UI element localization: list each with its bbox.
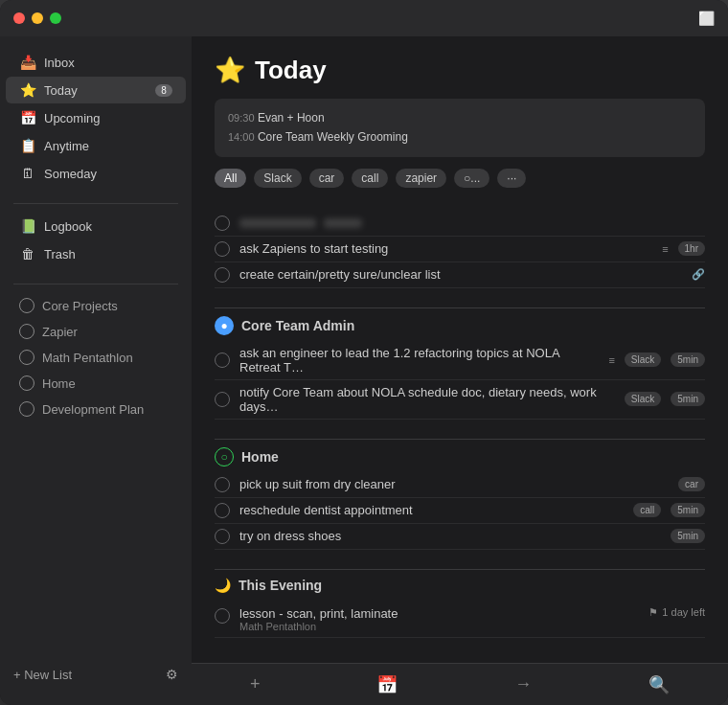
filter-all[interactable]: All (215, 169, 246, 188)
sidebar-label-upcoming: Upcoming (44, 111, 172, 125)
sidebar-item-home[interactable]: Home (6, 371, 186, 396)
task-checkbox-create-list[interactable] (215, 267, 230, 283)
task-checkbox-dress-shoes[interactable] (215, 529, 230, 544)
panel-body: ask Zapiens to start testing ≡ 1hr creat… (192, 203, 728, 663)
task-row-dry-cleaner: pick up suit from dry cleaner car (215, 472, 705, 498)
forward-button[interactable]: → (499, 669, 547, 700)
math-pentathlon-icon (19, 350, 34, 365)
evening-moon-icon: 🌙 (215, 578, 231, 593)
tag-5min-shoes: 5min (671, 529, 705, 543)
task-text-lesson: lesson - scan, print, laminate (239, 606, 639, 621)
tag-5min-home: 5min (671, 503, 705, 517)
home-section: ○ Home pick up suit from dry cleaner car… (215, 439, 705, 550)
sidebar-item-logbook[interactable]: 📗 Logbook (6, 213, 186, 239)
add-task-button[interactable]: + (235, 669, 276, 700)
evening-section-header: 🌙 This Evening (215, 569, 705, 599)
title-icon: ⭐ (215, 56, 245, 85)
task-checkbox-dry-cleaner[interactable] (215, 477, 230, 492)
task-checkbox-notify[interactable] (215, 392, 230, 407)
event-time-1: 09:30 (228, 112, 255, 124)
task-checkbox-blurred[interactable] (215, 216, 230, 231)
development-plan-icon (19, 401, 34, 417)
new-list-label: + New List (13, 668, 72, 682)
event-item-2: 14:00 Core Team Weekly Grooming (228, 127, 692, 147)
task-row-engineer: ask an engineer to lead the 1.2 refactor… (215, 341, 705, 380)
sidebar-item-core-projects[interactable]: Core Projects (6, 293, 186, 318)
deadline-badge: ⚑ 1 day left (648, 606, 705, 619)
event-block: 09:30 Evan + Hoon 14:00 Core Team Weekly… (215, 99, 705, 157)
home-section-header: ○ Home (215, 439, 705, 472)
titlebar: ⬜ (0, 0, 728, 36)
panel-footer: + 📅 → 🔍 (192, 663, 728, 705)
zapier-icon (19, 324, 34, 339)
minimize-button[interactable] (32, 12, 43, 24)
maximize-button[interactable] (50, 12, 61, 24)
sidebar-item-math-pentathlon[interactable]: Math Pentathlon (6, 345, 186, 370)
sidebar-label-zapier: Zapier (42, 325, 172, 339)
today-icon: ⭐ (19, 81, 36, 99)
task-text-dress-shoes: try on dress shoes (239, 529, 661, 543)
filter-slack[interactable]: Slack (254, 169, 301, 188)
filter-more[interactable]: ··· (497, 169, 526, 188)
task-row-lesson: lesson - scan, print, laminate Math Pent… (215, 599, 705, 638)
title-text: Today (255, 56, 327, 85)
sidebar-item-zapier[interactable]: Zapier (6, 319, 186, 344)
someday-icon: 🗓 (19, 165, 36, 182)
tag-car: car (678, 477, 705, 491)
logbook-icon: 📗 (19, 217, 36, 235)
link-icon-create-list: 🔗 (692, 268, 705, 281)
tag-slack-1: Slack (625, 352, 661, 367)
trash-icon: 🗑 (19, 245, 36, 262)
task-checkbox-engineer[interactable] (215, 352, 230, 368)
task-row-ask-zapiens: ask Zapiens to start testing ≡ 1hr (215, 237, 705, 262)
filter-call[interactable]: call (352, 169, 388, 188)
task-checkbox-ask-zapiens[interactable] (215, 241, 230, 257)
sidebar-label-inbox: Inbox (44, 56, 172, 70)
sidebar-item-anytime[interactable]: 📋 Anytime (6, 132, 186, 159)
tag-5min-1: 5min (671, 352, 705, 367)
calendar-button[interactable]: 📅 (361, 669, 413, 701)
filter-icon[interactable]: ⚙ (158, 663, 186, 686)
sidebar-label-someday: Someday (44, 167, 172, 181)
core-team-header: ● Core Team Admin (215, 307, 705, 341)
sidebar-item-trash[interactable]: 🗑 Trash (6, 240, 186, 267)
search-button[interactable]: 🔍 (633, 669, 685, 701)
panel-header: ⭐ Today 09:30 Evan + Hoon 14:00 Core Tea… (192, 36, 728, 203)
sidebar-projects-section: Core Projects Zapier Math Pentathlon Hom… (0, 292, 192, 422)
task-checkbox-dentist[interactable] (215, 503, 230, 518)
task-row-dress-shoes: try on dress shoes 5min (215, 524, 705, 550)
event-item-1: 09:30 Evan + Hoon (228, 108, 692, 127)
close-button[interactable] (13, 12, 25, 24)
filter-car[interactable]: car (309, 169, 345, 188)
core-team-section: ● Core Team Admin ask an engineer to lea… (215, 307, 705, 420)
task-text-dentist: reschedule dentist appointment (239, 503, 624, 517)
uncategorized-section: ask Zapiens to start testing ≡ 1hr creat… (215, 211, 705, 288)
task-row-blurred (215, 211, 705, 237)
new-list-button[interactable]: + New List (6, 664, 80, 686)
task-row-notify: notify Core Team about NOLA schedule doc… (215, 380, 705, 420)
filter-circle[interactable]: ○... (454, 169, 489, 188)
anytime-icon: 📋 (19, 137, 36, 154)
home-icon (19, 375, 34, 391)
traffic-lights (13, 12, 61, 24)
sidebar-label-core-projects: Core Projects (42, 299, 172, 313)
tag-slack-2: Slack (625, 392, 661, 406)
sidebar-library-section: 📗 Logbook 🗑 Trash (0, 212, 192, 268)
task-checkbox-lesson[interactable] (215, 608, 230, 624)
sidebar-label-math-pentathlon: Math Pentathlon (42, 351, 172, 365)
panel-title: ⭐ Today (215, 56, 705, 85)
filter-zapier[interactable]: zapier (396, 169, 446, 188)
sidebar: 📥 Inbox ⭐ Today 8 📅 Upcoming 📋 Anytime (0, 36, 192, 705)
sidebar-item-someday[interactable]: 🗓 Someday (6, 160, 186, 187)
main-panel: ⭐ Today 09:30 Evan + Hoon 14:00 Core Tea… (192, 36, 728, 705)
sidebar-item-development-plan[interactable]: Development Plan (6, 397, 186, 421)
task-text-notify: notify Core Team about NOLA schedule doc… (239, 385, 615, 414)
core-team-section-icon: ● (215, 316, 234, 335)
task-row-create-list: create certain/pretty sure/unclear list … (215, 262, 705, 288)
sidebar-label-today: Today (44, 83, 148, 98)
sidebar-item-today[interactable]: ⭐ Today 8 (6, 77, 186, 103)
sidebar-item-inbox[interactable]: 📥 Inbox (6, 49, 186, 76)
main-content: 📥 Inbox ⭐ Today 8 📅 Upcoming 📋 Anytime (0, 36, 728, 705)
sidebar-item-upcoming[interactable]: 📅 Upcoming (6, 104, 186, 131)
filter-bar: All Slack car call zapier ○... ··· (215, 169, 705, 188)
